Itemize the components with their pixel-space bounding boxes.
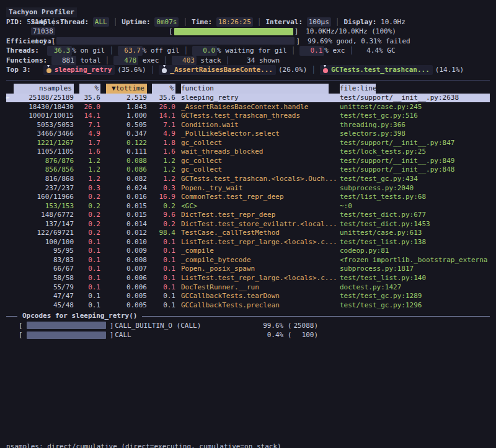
column-header-function[interactable]: function [175,84,340,94]
cell-nsamples: 18430/18430 [14,102,74,112]
cell-pct: 0.1 [74,273,100,283]
cell-nsamples: 58/58 [14,273,74,283]
cell-nsamples: 1221/1267 [14,138,74,148]
cell-tottime: 0.082 [100,174,147,184]
cell-pct: 0.1 [74,237,100,247]
opcodes-title: Opcodes for sleeping_retry() [17,311,142,321]
table-row[interactable]: 816/8681.20.0821.2GCTests.test_trashcan.… [6,174,490,183]
cell-nsamples: 148/6772 [14,210,74,220]
cell-pct: 0.1 [74,246,100,256]
table-row[interactable]: 153/1530.20.0150.2<GC>~:0 [6,201,490,211]
table-row[interactable]: 1221/12671.70.1221.8gc_collecttest/suppo… [6,138,490,147]
top3-item-2[interactable]: _AssertRaisesBaseConte... [159,65,276,75]
table-row[interactable]: 1105/11051.60.1111.6wait_threads_blocked… [6,147,490,157]
cell-function: ListTest.test_repr_large.<locals>.c... [175,237,340,247]
cell-tottime: 0.009 [100,246,147,256]
cell-cumpct: 0.1 [147,237,175,247]
top3-name-1: sleeping_retry [55,65,112,75]
efficiency-bar [56,37,294,45]
cell-fileline: codeop.py:81 [340,246,490,256]
divider: │ [101,56,114,66]
threads-exc-suffix: % exc [324,46,345,56]
cell-fileline: test/support/__init__.py:849 [340,156,490,166]
top3-item-3[interactable]: GCTests.test_trashcan... [320,65,433,75]
table-row[interactable]: 58/580.10.0060.1ListTest.test_repr_large… [6,273,490,283]
table-row[interactable]: 100/1000.10.0100.1ListTest.test_repr_lar… [6,237,490,247]
time-value: 18:26:25 [216,17,253,27]
section-divider [6,80,490,81]
table-row[interactable]: 148/67720.20.0159.6DictTest.test_repr_de… [6,211,490,220]
top3-item-1[interactable]: sleeping_retry [43,65,115,75]
cell-fileline: test/support/__init__.py:2638 [340,93,490,103]
opcode-pct: 99.6% [256,321,283,331]
opcode-pct: 0.4% [256,330,283,340]
cell-function: sleeping_retry [175,93,340,103]
cell-nsamples: 3466/3466 [14,129,74,139]
column-header-fileline[interactable]: file:line [340,84,490,94]
table-row[interactable]: 55/790.10.0060.1DocTestRunner.__rundocte… [6,283,490,292]
cell-fileline: test/test_dict.py:1453 [340,219,490,229]
cell-function: GCCallbackTests.tearDown [175,291,340,301]
cell-cumpct: 26.0 [147,102,175,112]
table-row[interactable]: 122/697210.20.01298.4TestCase._callTestM… [6,229,490,238]
table-row[interactable]: 95/950.10.0090.1_compilecodeop.py:81 [6,247,490,256]
table-row[interactable]: 856/8561.20.0861.2gc_collecttest/support… [6,165,490,175]
efficiency-label: Efficiency: [6,37,51,46]
table-row[interactable]: 18430/1843026.01.84326.0_AssertRaisesBas… [6,102,490,112]
column-header-tottime[interactable]: ▼tottime [100,84,147,94]
bar-close-bracket: ] [110,321,114,331]
table-row[interactable]: 10001/1001514.11.00014.1GCTests.test_tra… [6,112,490,121]
threads-on-gil-suffix: % on gil [72,46,105,56]
table-row[interactable]: 83/830.10.0080.1_compile_bytecode<frozen… [6,255,490,265]
table-row[interactable]: 160/119660.20.01616.9CommonTest.test_rep… [6,193,490,202]
cell-cumpct: 0.1 [147,246,175,256]
table-row[interactable]: 66/670.10.0070.1Popen._posix_spawnsubpro… [6,265,490,274]
cell-nsamples: 137/147 [14,219,74,229]
cell-function: gc_collect [175,138,340,148]
table-row[interactable]: 876/8761.20.0881.2gc_collecttest/support… [6,156,490,165]
cell-fileline: test/test_gc.py:1289 [340,291,490,301]
functions-stack-value: 403 [172,56,197,66]
cell-fileline: test/test_gc.py:434 [340,174,490,184]
cell-pct: 14.1 [74,111,100,121]
divider: │ [221,56,234,66]
cell-pct: 35.6 [74,93,100,103]
threads-waiting-value: 0.0 [192,46,217,56]
cell-tottime: 0.005 [100,291,147,301]
cell-tottime: 0.012 [100,228,147,238]
divider: │ [307,65,320,75]
table-row[interactable]: 237/2370.30.0240.3Popen._try_waitsubproc… [6,183,490,193]
table-row[interactable]: 5053/50537.10.5057.1Condition.waitthread… [6,120,490,130]
samples-rate-text: 10.0KHz/10.0KHz (100%) [306,27,396,37]
cell-cumpct: 0.2 [147,219,175,229]
functions-shown-suffix: shown [255,56,280,66]
cell-pct: 0.1 [74,255,100,265]
cell-cumpct: 7.1 [147,120,175,130]
cell-tottime: 0.010 [100,237,147,247]
column-header-cumpct[interactable]: % [147,84,175,94]
column-header-pct[interactable]: % [74,84,100,94]
table-row[interactable]: ►25188/2518935.62.51935.6sleeping_retryt… [6,94,490,103]
cell-tottime: 0.347 [100,129,147,139]
opcode-row: [ ] CALL 0.4% (100) [19,330,490,340]
cell-function: Popen._posix_spawn [175,264,340,274]
table-row[interactable]: 3466/34664.90.3474.9_PollLikeSelector.se… [6,130,490,139]
table-row[interactable]: 137/1470.20.0140.2DictTest.test_store_ev… [6,219,490,229]
cell-fileline: <frozen importlib._bootstrap_externa [340,255,490,265]
functions-exec-suffix: exec [138,56,159,66]
cell-nsamples: 237/237 [14,183,74,193]
table-row[interactable]: 47/470.10.0050.1GCCallbackTests.tearDown… [6,292,490,301]
top3-pct-1: (35.6%) [117,65,146,75]
opcode-name: CALL [113,330,256,340]
cell-fileline: test/test_dict.py:677 [340,210,490,220]
column-header-nsamples[interactable]: nsamples [14,84,74,94]
threads-off-gil-suffix: % off gil [143,46,180,56]
table-row[interactable]: 45/480.10.0050.1GCCallbackTests.preclean… [6,301,490,310]
cell-cumpct: 16.9 [147,192,175,202]
gold-medal-icon [46,68,51,73]
cell-function: wait_threads_blocked [175,147,340,157]
dash-line [142,316,490,317]
cell-cumpct: 1.2 [147,156,175,166]
cell-function: DocTestRunner.__run [175,283,340,292]
cell-tottime: 0.086 [100,165,147,175]
